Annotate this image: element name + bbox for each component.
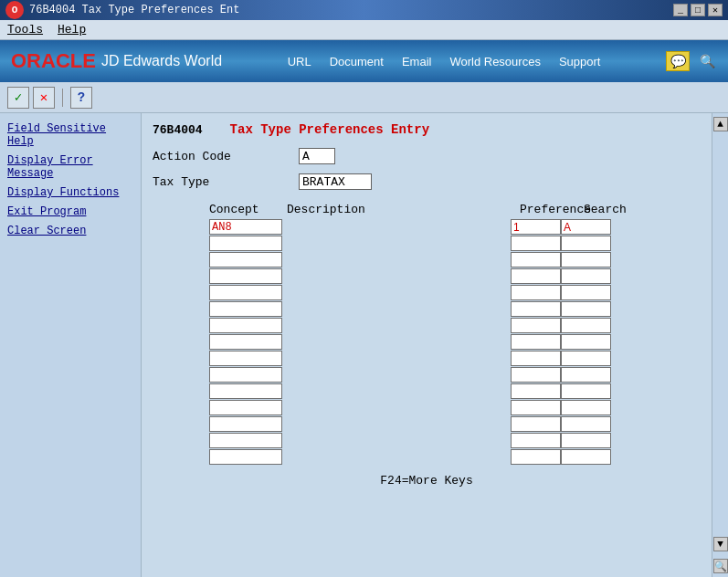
cell-concept-8[interactable] [209,351,282,366]
nav-document[interactable]: Document [330,55,384,68]
cell-concept-12[interactable] [209,416,282,432]
table-row [209,433,701,448]
table-row [209,334,701,350]
table-row [209,318,701,333]
menu-tools[interactable]: Tools [7,23,43,37]
cell-search-6[interactable] [561,318,611,333]
nav-world-resources[interactable]: World Resources [449,55,540,68]
cell-preference-2[interactable] [511,252,561,268]
search-icon[interactable]: 🔍 [697,51,717,71]
cell-concept-9[interactable] [209,367,282,383]
cell-preference-9[interactable] [511,367,561,383]
cell-search-4[interactable] [561,285,611,300]
cell-concept-1[interactable] [209,236,282,251]
cell-concept-6[interactable] [209,318,282,333]
cancel-button[interactable]: ✕ [33,87,55,109]
cell-description-5 [282,301,511,317]
maximize-button[interactable]: □ [691,4,705,16]
cell-description-7 [282,334,511,350]
cell-preference-8[interactable] [511,351,561,366]
toolbar: ✓ ✕ ? [0,82,728,113]
menu-help[interactable]: Help [58,23,86,37]
minimize-button[interactable]: _ [673,4,688,16]
cell-search-9[interactable] [561,367,611,383]
scroll-up-button[interactable]: ▲ [713,117,728,131]
cell-concept-3[interactable] [209,268,282,284]
cell-preference-1[interactable] [511,236,561,251]
cell-concept-14[interactable] [209,449,282,465]
cell-preference-3[interactable] [511,268,561,284]
cell-search-12[interactable] [561,416,611,432]
cell-concept-2[interactable] [209,252,282,268]
cell-search-11[interactable] [561,400,611,415]
cell-search-8[interactable] [561,351,611,366]
tax-type-input[interactable] [299,173,372,190]
help-button[interactable]: ? [70,87,92,109]
oracle-header: ORACLE JD Edwards World URL Document Ema… [0,40,728,82]
footer-keys: F24=More Keys [380,474,472,488]
sidebar-item-field-sensitive-help[interactable]: Field Sensitive Help [5,121,135,150]
cell-preference-0[interactable] [511,219,561,235]
cell-preference-12[interactable] [511,416,561,432]
chat-icon[interactable]: 💬 [666,51,690,71]
cell-preference-10[interactable] [511,383,561,399]
grid-section: Concept Description Preference Search [153,203,701,465]
cell-description-3 [282,268,511,284]
cell-search-0[interactable] [561,219,611,235]
grid-rows [209,219,701,465]
nav-support[interactable]: Support [559,55,601,68]
cell-search-10[interactable] [561,383,611,399]
sidebar-item-exit-program[interactable]: Exit Program [5,204,135,220]
title-bar-text: 76B4004 Tax Type Preferences Ent [29,4,239,16]
cell-search-3[interactable] [561,268,611,284]
cell-concept-4[interactable] [209,285,282,300]
zoom-icon[interactable]: 🔍 [713,559,728,573]
jde-text: JD Edwards World [101,53,222,69]
cell-concept-10[interactable] [209,383,282,399]
cell-concept-7[interactable] [209,334,282,350]
sidebar-item-display-error-message[interactable]: Display Error Message [5,152,135,182]
cell-preference-11[interactable] [511,400,561,415]
nav-url[interactable]: URL [288,55,311,68]
cell-description-11 [282,400,511,415]
header-nav: URL Document Email World Resources Suppo… [288,55,601,68]
title-bar: O 76B4004 Tax Type Preferences Ent _ □ ✕ [0,0,728,20]
cell-preference-4[interactable] [511,285,561,300]
tax-type-label: Tax Type [153,175,299,189]
cell-preference-13[interactable] [511,433,561,448]
check-button[interactable]: ✓ [7,87,29,109]
table-row [209,236,701,251]
title-bar-controls: _ □ ✕ [673,4,723,16]
cell-description-9 [282,367,511,383]
cell-search-7[interactable] [561,334,611,350]
cell-search-2[interactable] [561,252,611,268]
action-code-input[interactable] [299,148,335,164]
cell-concept-5[interactable] [209,301,282,317]
cell-search-13[interactable] [561,433,611,448]
nav-email[interactable]: Email [402,55,432,68]
action-code-row: Action Code [153,148,701,164]
cell-preference-7[interactable] [511,334,561,350]
sidebar-item-clear-screen[interactable]: Clear Screen [5,223,135,239]
cell-concept-11[interactable] [209,400,282,415]
close-button[interactable]: ✕ [708,4,723,16]
cell-preference-5[interactable] [511,301,561,317]
cell-description-6 [282,318,511,333]
cell-concept-0[interactable] [209,219,282,235]
cell-concept-13[interactable] [209,433,282,448]
cell-search-1[interactable] [561,236,611,251]
cell-preference-14[interactable] [511,449,561,465]
title-bar-left: O 76B4004 Tax Type Preferences Ent [5,1,239,19]
cell-preference-6[interactable] [511,318,561,333]
sidebar-item-display-functions[interactable]: Display Functions [5,184,135,201]
table-row [209,219,701,235]
scroll-down-button[interactable]: ▼ [713,537,728,551]
header-preference: Preference [520,203,584,216]
cell-search-14[interactable] [561,449,611,465]
cell-search-5[interactable] [561,301,611,317]
table-row [209,449,701,465]
app-icon: O [5,1,24,19]
oracle-text: ORACLE [11,49,96,73]
cell-description-2 [282,252,511,268]
cell-description-14 [282,449,511,465]
